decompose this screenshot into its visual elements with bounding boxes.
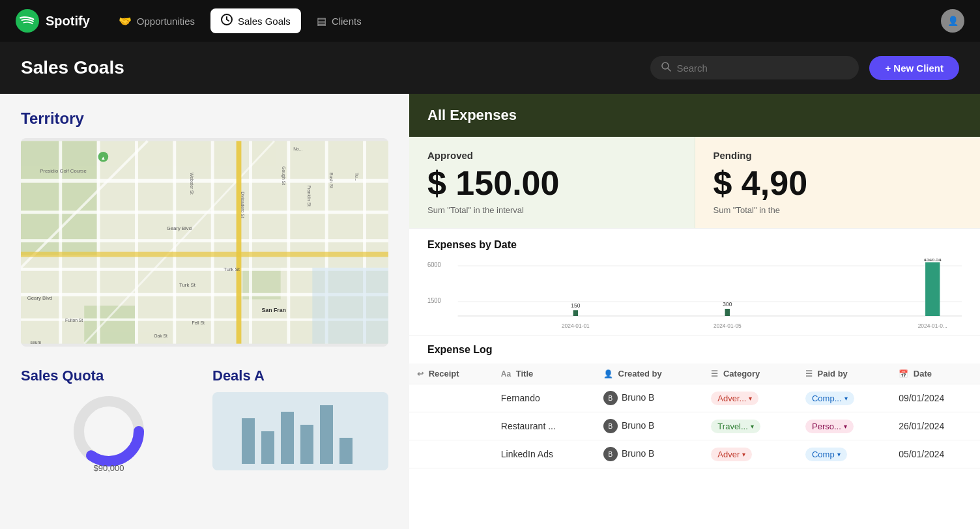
sub-header: Sales Goals + New Client (0, 42, 980, 94)
table-row: Restaurant ... BBruno B Travel... ▾ Pers… (409, 412, 980, 440)
svg-text:2024-01-05: 2024-01-05 (713, 322, 742, 329)
search-input[interactable] (676, 63, 848, 74)
map-container: Presidio Golf Course Euclid Ave Geary Bl… (21, 138, 388, 347)
svg-rect-10 (21, 239, 388, 242)
svg-rect-25 (237, 141, 242, 343)
cell-category: Adver... ▾ (703, 384, 798, 412)
svg-rect-52 (261, 431, 274, 464)
svg-text:Turk St: Turk St (179, 282, 196, 288)
category-tag[interactable]: Adver... ▾ (711, 392, 758, 405)
new-client-button[interactable]: + New Client (869, 56, 959, 80)
cell-receipt (409, 412, 493, 440)
deals-section: Deals A (212, 367, 388, 470)
category-chevron-icon[interactable]: ▾ (742, 451, 745, 458)
svg-text:1500: 1500 (427, 296, 441, 304)
deals-title: Deals A (212, 367, 388, 384)
user-avatar[interactable]: 👤 (941, 9, 964, 33)
svg-text:Turk St: Turk St (223, 266, 240, 272)
cell-receipt (409, 384, 493, 412)
territory-section: Territory (0, 94, 409, 357)
cell-date: 26/01/2024 (891, 412, 980, 440)
svg-text:Gough St: Gough St (281, 166, 286, 185)
paid-by-tag[interactable]: Comp ▾ (805, 448, 847, 461)
svg-text:6000: 6000 (427, 261, 441, 268)
approved-label: Approved (427, 150, 676, 161)
expenses-header: All Expenses (409, 94, 980, 137)
th-created-by: 👤 Created by (596, 364, 703, 384)
th-category-label: Category (723, 369, 760, 379)
th-paid-by: ☰ Paid by (798, 364, 891, 384)
paid-by-chevron-icon[interactable]: ▾ (837, 451, 841, 458)
sales-quota-section: Sales Quota $90,000 (21, 367, 197, 470)
cell-created-by: BBruno B (596, 384, 703, 412)
nav-item-clients[interactable]: ▤ Clients (306, 10, 372, 33)
category-tag[interactable]: Travel... ▾ (711, 420, 760, 433)
avatar-initials: 👤 (947, 16, 958, 26)
svg-text:Tu...: Tu... (354, 173, 359, 181)
receipt-icon: ↩ (417, 369, 424, 379)
svg-line-3 (668, 68, 670, 71)
pending-sub: Sum "Total" in the (713, 205, 962, 215)
svg-text:2024-01-0...: 2024-01-0... (918, 322, 947, 329)
category-chevron-icon[interactable]: ▾ (749, 395, 752, 402)
svg-text:Webster St: Webster St (190, 173, 194, 195)
quota-amount-label: $90,000 (94, 463, 124, 473)
th-receipt: ↩ Receipt (409, 364, 493, 384)
svg-rect-16 (135, 141, 138, 343)
chart-title: Expenses by Date (427, 239, 962, 251)
svg-rect-20 (287, 141, 290, 343)
svg-rect-6 (84, 306, 135, 343)
svg-rect-17 (173, 141, 176, 343)
category-chevron-icon[interactable]: ▾ (751, 423, 754, 430)
paid-by-chevron-icon[interactable]: ▾ (844, 423, 847, 430)
left-panel: Territory (0, 94, 409, 529)
created-by-icon: 👤 (603, 369, 613, 379)
th-paid-by-label: Paid by (818, 369, 848, 379)
svg-rect-54 (300, 425, 313, 464)
svg-rect-47 (312, 268, 388, 344)
territory-title: Territory (21, 109, 388, 128)
nav-label-clients: Clients (332, 16, 362, 27)
svg-text:150: 150 (571, 302, 580, 309)
nav-item-opportunities[interactable]: 🤝 Opportunities (108, 10, 205, 33)
page-title: Sales Goals (21, 57, 650, 78)
expense-table: ↩ Receipt Aa Title 👤 Created by ☰ (409, 364, 980, 468)
expense-log-title: Expense Log (409, 344, 980, 364)
svg-rect-56 (339, 438, 353, 464)
nav-label-sales-goals: Sales Goals (238, 16, 291, 27)
main-content: Territory (0, 94, 980, 529)
summary-cards: Approved $ 150.00 Sum "Total" in the int… (409, 137, 980, 229)
svg-rect-51 (242, 418, 255, 464)
svg-text:seum: seum (31, 340, 42, 345)
expenses-title: All Expenses (427, 107, 517, 123)
svg-rect-62 (573, 310, 578, 316)
svg-text:San Fran: San Fran (262, 307, 286, 313)
svg-text:300: 300 (723, 300, 732, 307)
paid-by-tag[interactable]: Comp... ▾ (805, 392, 854, 405)
svg-rect-15 (97, 141, 100, 343)
top-nav: Spotify 🤝 Opportunities Sales Goals ▤ Cl… (0, 0, 980, 42)
approved-card: Approved $ 150.00 Sum "Total" in the int… (409, 137, 695, 228)
paid-by-chevron-icon[interactable]: ▾ (844, 395, 848, 402)
date-icon: 📅 (899, 369, 908, 379)
avatar: B (603, 391, 618, 405)
svg-text:Bush St: Bush St (329, 173, 334, 188)
svg-text:Fulton St: Fulton St (65, 318, 83, 322)
bottom-section: Sales Quota $90,000 Deals A (0, 357, 409, 470)
svg-rect-55 (320, 405, 333, 464)
cell-created-by: BBruno B (596, 412, 703, 440)
sales-quota-title: Sales Quota (21, 367, 197, 384)
title-icon: Aa (501, 369, 511, 379)
map-svg: Presidio Golf Course Euclid Ave Geary Bl… (21, 138, 388, 347)
cell-receipt (409, 440, 493, 468)
svg-rect-26 (21, 252, 388, 257)
paid-by-tag[interactable]: Perso... ▾ (805, 420, 854, 433)
search-icon (661, 61, 671, 74)
search-bar (650, 56, 859, 79)
category-tag[interactable]: Adver ▾ (711, 448, 752, 461)
avatar: B (603, 419, 618, 433)
donut-svg (70, 392, 148, 470)
expense-log-section: Expense Log ↩ Receipt Aa Title 👤 (409, 336, 980, 529)
cell-paid-by: Perso... ▾ (798, 412, 891, 440)
nav-item-sales-goals[interactable]: Sales Goals (210, 8, 301, 33)
